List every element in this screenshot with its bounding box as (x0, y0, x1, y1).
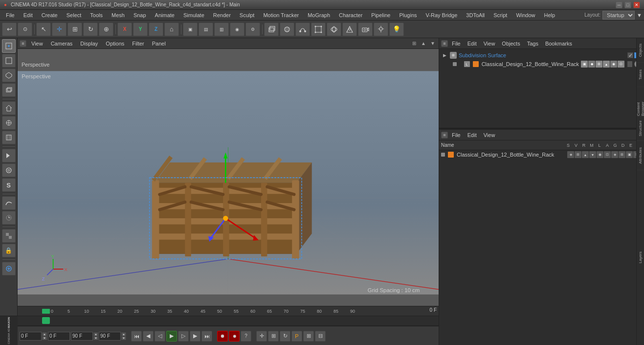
render-active-btn[interactable]: ▤ (199, 23, 213, 36)
vp-menu-display[interactable]: Display (77, 40, 101, 47)
attr-menu-edit[interactable]: Edit (465, 131, 480, 139)
maximize-button[interactable]: □ (624, 1, 631, 8)
checkerboard-btn[interactable] (2, 229, 16, 243)
x-axis-btn[interactable]: X (117, 23, 132, 36)
vp-fullscreen-icon[interactable]: ⊞ (410, 40, 418, 47)
minimize-button[interactable]: ─ (616, 1, 622, 8)
play-btn[interactable]: ▶ (166, 331, 177, 342)
obj-menu-file[interactable]: File (449, 40, 464, 47)
go-back-btn[interactable]: ◀ (143, 331, 154, 342)
layout-select[interactable]: Startup (602, 11, 635, 20)
vtab-takes[interactable]: Takes (637, 63, 644, 87)
all-tool[interactable]: ⊕ (99, 23, 113, 36)
render-view-btn[interactable]: ▥ (214, 23, 229, 36)
move-tool[interactable]: ✛ (52, 23, 67, 36)
vp-menu-filter[interactable]: Filter (129, 40, 147, 47)
record-btn[interactable]: ⏺ (217, 331, 228, 342)
vtab-attributes[interactable]: Attributes (637, 141, 644, 170)
obj-tag-5[interactable]: ◉ (610, 61, 617, 68)
cube-btn[interactable] (264, 23, 279, 36)
render-region-btn[interactable]: ▣ (183, 23, 198, 36)
points-mode-btn[interactable] (2, 39, 16, 53)
vtab-structure[interactable]: Structure (637, 116, 644, 141)
timeline-tool-b[interactable]: ⊞ (268, 331, 279, 342)
tool-d[interactable] (2, 149, 16, 162)
timeline-tool-d[interactable]: P (291, 331, 302, 342)
attr-icon-4[interactable]: ▼ (589, 151, 596, 158)
tool-h[interactable] (2, 211, 16, 225)
viewport-menu-icon[interactable]: ≡ (20, 40, 26, 47)
viewport[interactable]: ≡ View Cameras Display Options Filter Pa… (18, 38, 439, 306)
menu-help[interactable]: Help (540, 11, 559, 19)
tool-f[interactable]: S (2, 178, 16, 192)
deformer-btn[interactable] (327, 23, 341, 36)
menu-snap[interactable]: Snap (130, 11, 150, 19)
light-btn[interactable] (374, 23, 388, 36)
vp-menu-cameras[interactable]: Cameras (48, 40, 76, 47)
attr-icon-6[interactable]: ⊡ (604, 151, 611, 158)
layout-expand-icon[interactable]: ▼ (637, 12, 642, 18)
vp-arrow-up-icon[interactable]: ▲ (420, 40, 427, 47)
menu-vray[interactable]: V-Ray Bridge (422, 11, 462, 19)
next-frame-btn[interactable]: ▷ (178, 331, 189, 342)
obj-tag-6[interactable]: ⊡ (618, 61, 624, 68)
menu-character[interactable]: Character (335, 11, 366, 19)
obj-tag-4[interactable]: ▲ (603, 61, 610, 68)
start-frame-input[interactable] (48, 332, 70, 341)
tool-c[interactable] (2, 131, 16, 144)
menu-animate[interactable]: Animate (151, 11, 178, 19)
select-tool[interactable]: ↖ (36, 23, 51, 36)
scale-tool[interactable]: ⊞ (67, 23, 82, 36)
render-end-up[interactable]: ▲ (121, 332, 126, 336)
obj-vis-check[interactable] (627, 61, 632, 67)
obj-menu-view[interactable]: View (481, 40, 498, 47)
obj-menu-bookmarks[interactable]: Bookmarks (542, 40, 575, 47)
attr-icon-8[interactable]: ⊞ (619, 151, 625, 158)
environment-btn[interactable] (342, 23, 357, 36)
tool-i[interactable] (2, 262, 16, 276)
go-to-start-btn[interactable]: ⏮ (131, 331, 142, 342)
vp-menu-options[interactable]: Options (103, 40, 127, 47)
current-frame-input[interactable] (20, 332, 42, 341)
subdivision-surface-item[interactable]: ▶ ⊞ Subdivision Surface ✓ (441, 51, 642, 60)
obj-expand-arrow[interactable]: ▶ (443, 53, 448, 58)
go-forward-btn[interactable]: ▶ (190, 331, 200, 342)
menu-sculpt[interactable]: Sculpt (236, 11, 259, 19)
attr-collapse-btn[interactable] (441, 153, 445, 157)
auto-keyframe-btn[interactable]: ⏺ (229, 331, 240, 342)
lock-btn[interactable]: 🔒 (2, 244, 16, 257)
vp-menu-panel[interactable]: Panel (149, 40, 169, 47)
render-end-input[interactable] (99, 332, 121, 341)
camera-btn[interactable] (358, 23, 373, 36)
obj-menu-objects[interactable]: Objects (499, 40, 523, 47)
menu-pipeline[interactable]: Pipeline (367, 11, 394, 19)
wine-rack-object-item[interactable]: L Classical_Design_12_Bottle_Wine_Rack ▣… (441, 60, 642, 69)
picture-viewer-btn[interactable]: ◉ (230, 23, 244, 36)
vtab-layers[interactable]: Layers (637, 170, 644, 345)
obj-tag-2[interactable]: ◆ (588, 61, 595, 68)
ffd-btn[interactable] (311, 23, 326, 36)
menu-script[interactable]: Script (489, 11, 511, 19)
attr-icon-3[interactable]: ▲ (582, 151, 589, 158)
attr-manager-icon[interactable]: ≡ (441, 132, 448, 138)
frame-down-btn[interactable]: ▼ (42, 336, 47, 340)
menu-mograph[interactable]: MoGraph (304, 11, 334, 19)
vp-menu-view[interactable]: View (28, 40, 46, 47)
end-frame-down[interactable]: ▼ (93, 336, 98, 340)
world-space-btn[interactable]: ⌂ (164, 23, 179, 36)
attr-icon-9[interactable]: ▣ (626, 151, 633, 158)
rotate-tool[interactable]: ↻ (83, 23, 98, 36)
attr-icon-5[interactable]: ◉ (597, 151, 603, 158)
obj-menu-tags[interactable]: Tags (524, 40, 541, 47)
menu-edit[interactable]: Edit (20, 11, 37, 19)
tool-a[interactable] (2, 101, 16, 115)
attr-icon-7[interactable]: ◈ (611, 151, 618, 158)
timeline-tool-c[interactable]: ↻ (280, 331, 290, 342)
tool-e[interactable] (2, 163, 16, 177)
menu-file[interactable]: File (2, 11, 19, 19)
menu-create[interactable]: Create (38, 11, 62, 19)
obj-menu-edit[interactable]: Edit (465, 40, 480, 47)
end-frame-up[interactable]: ▲ (93, 332, 98, 336)
timeline-track[interactable] (18, 316, 439, 326)
attr-menu-view[interactable]: View (481, 131, 498, 139)
